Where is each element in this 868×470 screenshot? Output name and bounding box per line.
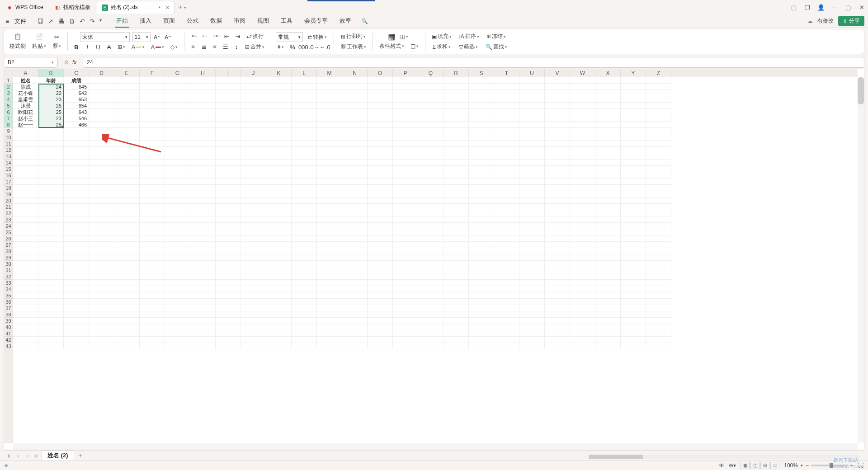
cell-Z37[interactable]	[646, 305, 671, 311]
cell-Z40[interactable]	[646, 324, 671, 330]
cell-F9[interactable]	[140, 128, 165, 134]
cell-Q28[interactable]	[418, 248, 443, 254]
cell-U8[interactable]	[519, 122, 545, 128]
cell-B41[interactable]	[38, 330, 64, 337]
window-close-icon[interactable]: ✕	[855, 1, 868, 14]
cell-E26[interactable]	[114, 235, 140, 242]
cell-M12[interactable]	[317, 147, 342, 153]
cell-K6[interactable]	[266, 109, 292, 115]
cell-J16[interactable]	[241, 172, 266, 179]
cell-B30[interactable]	[38, 261, 64, 267]
cell-T43[interactable]	[494, 343, 519, 349]
cell-Q7[interactable]	[418, 115, 443, 122]
horizontal-scrollbar[interactable]	[13, 443, 858, 450]
cell-Z15[interactable]	[646, 166, 671, 172]
cell-Q6[interactable]	[418, 109, 443, 115]
cell-N34[interactable]	[342, 286, 368, 292]
cell-S8[interactable]	[469, 122, 494, 128]
col-header-G[interactable]: G	[165, 69, 190, 77]
cell-T42[interactable]	[494, 337, 519, 343]
cell-N26[interactable]	[342, 235, 368, 242]
cell-R28[interactable]	[443, 248, 469, 254]
cell-O22[interactable]	[368, 210, 393, 216]
cell-B1[interactable]: 年龄	[38, 77, 64, 84]
cell-P18[interactable]	[393, 185, 418, 191]
cell-D32[interactable]	[89, 273, 114, 280]
format-button[interactable]: ◫▾	[409, 42, 420, 50]
cell-K5[interactable]	[266, 103, 292, 109]
cell-I22[interactable]	[216, 210, 241, 216]
cell-H36[interactable]	[190, 299, 216, 305]
cell-Y22[interactable]	[621, 210, 646, 216]
cell-D10[interactable]	[89, 134, 114, 141]
cell-C2[interactable]: 645	[64, 84, 89, 90]
cell-Y16[interactable]	[621, 172, 646, 179]
cell-L32[interactable]	[292, 273, 317, 280]
cell-F22[interactable]	[140, 210, 165, 216]
cell-X42[interactable]	[595, 337, 621, 343]
cell-P16[interactable]	[393, 172, 418, 179]
cell-L14[interactable]	[292, 160, 317, 166]
cell-L42[interactable]	[292, 337, 317, 343]
cell-L27[interactable]	[292, 242, 317, 248]
cell-L3[interactable]	[292, 90, 317, 96]
cell-O23[interactable]	[368, 216, 393, 223]
cell-Q1[interactable]	[418, 77, 443, 84]
sheet-nav-first-icon[interactable]: |‹	[5, 453, 13, 458]
cell-O24[interactable]	[368, 223, 393, 229]
cell-Z11[interactable]	[646, 141, 671, 147]
col-header-J[interactable]: J	[241, 69, 266, 77]
cell-S15[interactable]	[469, 166, 494, 172]
cell-Z5[interactable]	[646, 103, 671, 109]
cell-Q41[interactable]	[418, 330, 443, 337]
cell-F15[interactable]	[140, 166, 165, 172]
cell-T27[interactable]	[494, 242, 519, 248]
cell-A41[interactable]	[13, 330, 38, 337]
cell-H35[interactable]	[190, 292, 216, 299]
cell-T24[interactable]	[494, 223, 519, 229]
cell-R2[interactable]	[443, 84, 469, 90]
cell-X29[interactable]	[595, 254, 621, 261]
col-header-E[interactable]: E	[114, 69, 140, 77]
cell-F6[interactable]	[140, 109, 165, 115]
cell-J36[interactable]	[241, 299, 266, 305]
app-tab-template[interactable]: ◧ 找稻壳模板	[50, 1, 95, 14]
cell-I9[interactable]	[216, 128, 241, 134]
cell-H13[interactable]	[190, 153, 216, 160]
cell-P27[interactable]	[393, 242, 418, 248]
cell-B10[interactable]	[38, 134, 64, 141]
cell-V33[interactable]	[545, 280, 570, 286]
cell-V25[interactable]	[545, 229, 570, 235]
cell-X21[interactable]	[595, 204, 621, 210]
cell-Z42[interactable]	[646, 337, 671, 343]
cell-M31[interactable]	[317, 267, 342, 273]
cell-T25[interactable]	[494, 229, 519, 235]
cell-E3[interactable]	[114, 90, 140, 96]
cell-W2[interactable]	[570, 84, 595, 90]
cell-R42[interactable]	[443, 337, 469, 343]
cell-Z12[interactable]	[646, 147, 671, 153]
cell-F8[interactable]	[140, 122, 165, 128]
cell-H16[interactable]	[190, 172, 216, 179]
cell-F3[interactable]	[140, 90, 165, 96]
decrease-decimal-icon[interactable]: ←.0	[321, 43, 329, 51]
cell-Z14[interactable]	[646, 160, 671, 166]
cell-M40[interactable]	[317, 324, 342, 330]
cell-R5[interactable]	[443, 103, 469, 109]
cell-I13[interactable]	[216, 153, 241, 160]
currency-button[interactable]: ¥▾	[276, 43, 286, 51]
cell-I38[interactable]	[216, 311, 241, 318]
cell-D2[interactable]	[89, 84, 114, 90]
namebox-dropdown-icon[interactable]: ▾	[52, 60, 54, 65]
cell-O18[interactable]	[368, 185, 393, 191]
cell-E13[interactable]	[114, 153, 140, 160]
cell-H42[interactable]	[190, 337, 216, 343]
cell-N4[interactable]	[342, 96, 368, 103]
cell-N25[interactable]	[342, 229, 368, 235]
cell-E34[interactable]	[114, 286, 140, 292]
cell-I35[interactable]	[216, 292, 241, 299]
pending-changes-label[interactable]: 有修改	[817, 17, 834, 25]
cell-R31[interactable]	[443, 267, 469, 273]
percent-icon[interactable]: %	[288, 43, 297, 51]
cell-Y10[interactable]	[621, 134, 646, 141]
